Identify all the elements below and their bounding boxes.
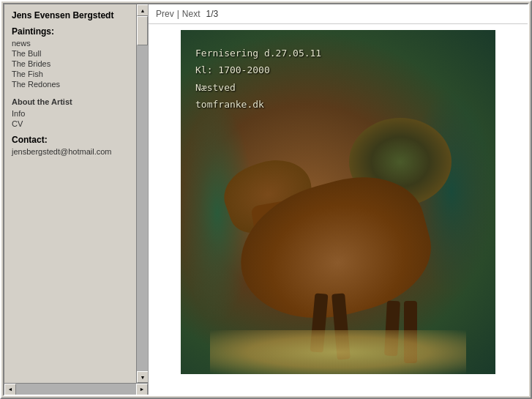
h-scroll-right-button[interactable]: ►: [136, 384, 148, 395]
prev-link[interactable]: Prev: [156, 9, 174, 19]
painting: Fernisering d.27.05.11 Kl: 1700-2000 Næs…: [181, 30, 495, 374]
contact-label: Contact:: [12, 135, 129, 145]
scroll-down-icon: ▼: [141, 375, 146, 380]
image-area: Fernisering d.27.05.11 Kl: 1700-2000 Næs…: [149, 24, 528, 395]
main-content: Prev | Next 1/3: [149, 4, 528, 395]
painting-text-line4: tomfranke.dk: [195, 96, 321, 113]
sidebar: Jens Evensen Bergstedt Paintings: news T…: [4, 4, 149, 395]
painting-text-line3: Næstved: [195, 79, 321, 96]
contact-email: jensbergstedt@hotmail.com: [12, 147, 112, 156]
h-scroll-left-button[interactable]: ◄: [4, 384, 16, 395]
painting-text-line1: Fernisering d.27.05.11: [195, 45, 321, 61]
sidebar-h-scrollbar: ◄ ►: [4, 383, 148, 395]
vertical-scrollbar: ▲ ▼: [136, 4, 148, 383]
about-artist-link[interactable]: About the Artist: [12, 97, 129, 107]
paintings-label: Paintings:: [12, 26, 129, 37]
nav-bar: Prev | Next 1/3: [149, 4, 528, 24]
sidebar-scroll-area: Jens Evensen Bergstedt Paintings: news T…: [4, 4, 148, 383]
nav-link-bull[interactable]: The Bull: [12, 48, 129, 59]
scroll-down-button[interactable]: ▼: [137, 371, 148, 383]
next-link[interactable]: Next: [182, 9, 201, 19]
painting-text-overlay: Fernisering d.27.05.11 Kl: 1700-2000 Næs…: [195, 45, 321, 113]
page-counter: 1/3: [206, 9, 219, 19]
scroll-left-icon: ◄: [8, 387, 13, 392]
nav-separator: |: [177, 9, 179, 19]
scroll-right-icon: ►: [140, 387, 145, 392]
nav-link-redones[interactable]: The Redones: [12, 79, 129, 89]
h-scroll-track[interactable]: [16, 384, 136, 395]
site-title: Jens Evensen Bergstedt: [12, 10, 129, 20]
nav-link-news[interactable]: news: [12, 38, 129, 48]
painting-ground: [210, 330, 466, 374]
scrollbar-thumb[interactable]: [137, 16, 148, 45]
scroll-up-icon: ▲: [141, 8, 146, 13]
window: Jens Evensen Bergstedt Paintings: news T…: [0, 0, 532, 399]
info-link[interactable]: Info: [12, 108, 129, 119]
painting-text-line2: Kl: 1700-2000: [195, 61, 321, 78]
nav-link-fish[interactable]: The Fish: [12, 69, 129, 79]
window-inner: Jens Evensen Bergstedt Paintings: news T…: [3, 3, 529, 396]
sidebar-content: Jens Evensen Bergstedt Paintings: news T…: [4, 4, 136, 383]
scroll-up-button[interactable]: ▲: [137, 4, 148, 16]
nav-link-brides[interactable]: The Brides: [12, 59, 129, 69]
cv-link[interactable]: CV: [12, 119, 129, 129]
scrollbar-track[interactable]: [137, 16, 148, 371]
